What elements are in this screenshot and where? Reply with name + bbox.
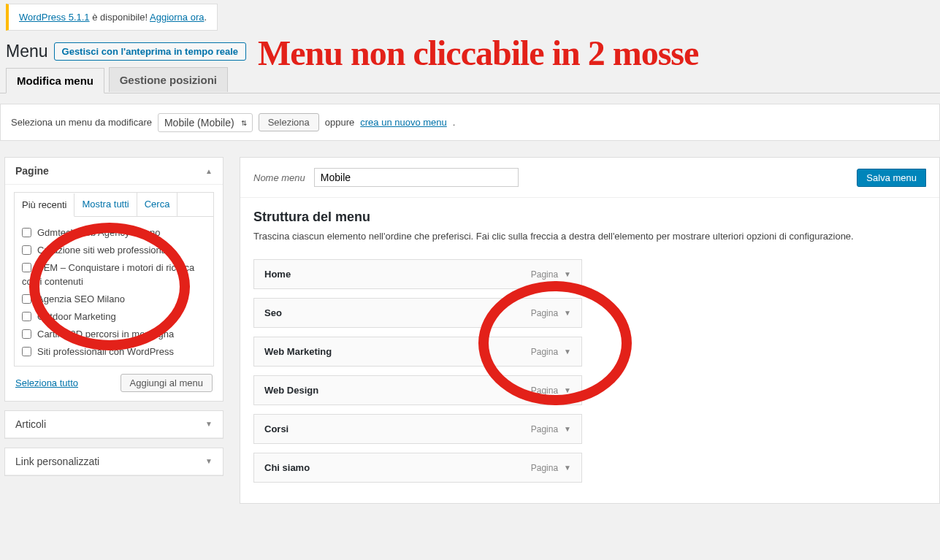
annotation-overlay-title: Menu non cliccabile in 2 mosse <box>258 33 698 73</box>
live-preview-button[interactable]: Gestisci con l'anteprima in tempo reale <box>54 42 247 61</box>
menu-item-label: Web Design <box>264 385 318 396</box>
chevron-down-icon[interactable]: ▼ <box>564 348 571 356</box>
menu-item-type: Pagina <box>531 269 558 280</box>
menu-item-label: Chi siamo <box>264 462 310 473</box>
update-version-link[interactable]: WordPress 5.1.1 <box>19 12 90 23</box>
pages-subtabs: Più recenti Mostra tutti Cerca <box>14 192 214 217</box>
menu-item-label: Seo <box>264 307 282 318</box>
menu-name-input[interactable] <box>314 168 519 187</box>
menu-item-type: Pagina <box>531 424 558 434</box>
menu-select-label: Seleziona un menu da modificare <box>11 117 152 128</box>
page-item[interactable]: Gdmtech web Agency Milano <box>22 224 206 242</box>
links-box-title: Link personalizzati <box>15 456 99 467</box>
menu-item-type: Pagina <box>531 347 558 357</box>
update-nag: WordPress 5.1.1 è disponibile! Aggiorna … <box>6 4 218 31</box>
page-item[interactable]: Creazione siti web professionali. <box>22 242 206 259</box>
menu-structure-title: Struttura del menu <box>253 210 926 225</box>
pages-checklist: Gdmtech web Agency Milano Creazione siti… <box>14 217 214 367</box>
pages-box-header[interactable]: Pagine ▲ <box>5 158 223 185</box>
page-checkbox[interactable] <box>22 228 31 237</box>
page-item[interactable]: Cartine 3D percorsi in montagna <box>22 326 206 343</box>
links-box-header[interactable]: Link personalizzati ▼ <box>5 448 223 475</box>
menu-item-type: Pagina <box>531 463 558 473</box>
links-box: Link personalizzati ▼ <box>4 448 223 476</box>
page-checkbox[interactable] <box>22 294 31 304</box>
chevron-down-icon: ▼ <box>205 457 213 465</box>
page-checkbox[interactable] <box>22 263 31 272</box>
posts-box: Articoli ▼ <box>4 410 223 439</box>
menu-select-dropdown[interactable]: Mobile (Mobile) <box>158 113 253 132</box>
chevron-down-icon[interactable]: ▼ <box>564 425 571 433</box>
tab-manage-locations[interactable]: Gestione posizioni <box>109 67 228 92</box>
menu-item-label: Home <box>264 269 291 280</box>
select-all-link[interactable]: Seleziona tutto <box>15 377 78 388</box>
page-title: Menu <box>6 42 48 61</box>
update-text: è disponibile! <box>90 12 150 23</box>
or-text: oppure <box>325 117 354 128</box>
page-item[interactable]: Siti professionali con WordPress <box>22 343 206 361</box>
menu-item[interactable]: Chi siamo Pagina▼ <box>253 453 582 483</box>
page-item[interactable]: Agenzia SEO Milano <box>22 291 206 308</box>
menu-item[interactable]: Seo Pagina▼ <box>253 298 582 328</box>
menu-structure-desc: Trascina ciascun elemento nell'ordine ch… <box>253 231 926 242</box>
page-checkbox[interactable] <box>22 245 31 255</box>
page-checkbox[interactable] <box>22 329 31 339</box>
menu-item[interactable]: Web Marketing Pagina▼ <box>253 337 582 367</box>
chevron-up-icon: ▲ <box>205 167 213 175</box>
menu-name-bar: Nome menu Salva menu <box>240 158 939 198</box>
chevron-down-icon[interactable]: ▼ <box>564 386 571 394</box>
page-checkbox[interactable] <box>22 312 31 321</box>
page-checkbox[interactable] <box>22 347 31 356</box>
menu-item[interactable]: Home Pagina▼ <box>253 259 582 289</box>
subtab-search[interactable]: Cerca <box>137 193 178 216</box>
page-item[interactable]: Outdoor Marketing <box>22 308 206 326</box>
select-menu-button[interactable]: Seleziona <box>259 113 319 131</box>
subtab-all[interactable]: Mostra tutti <box>74 193 137 216</box>
save-menu-button[interactable]: Salva menu <box>857 169 926 187</box>
menu-item-type: Pagina <box>531 386 558 396</box>
add-to-menu-button[interactable]: Aggiungi al menu <box>121 374 213 392</box>
menu-item[interactable]: Web Design Pagina▼ <box>253 375 582 405</box>
chevron-down-icon[interactable]: ▼ <box>564 270 571 278</box>
page-item[interactable]: SEM – Conquistare i motori di ricerca co… <box>22 259 206 290</box>
menu-select-bar: Seleziona un menu da modificare Mobile (… <box>0 104 940 141</box>
pages-box: Pagine ▲ Più recenti Mostra tutti Cerca … <box>4 157 223 402</box>
chevron-down-icon[interactable]: ▼ <box>564 464 571 472</box>
update-action-link[interactable]: Aggiorna ora <box>150 12 204 23</box>
menu-item-type: Pagina <box>531 308 558 318</box>
tab-edit-menu[interactable]: Modifica menu <box>6 68 104 93</box>
menu-item[interactable]: Corsi Pagina▼ <box>253 414 582 444</box>
posts-box-header[interactable]: Articoli ▼ <box>5 411 223 438</box>
create-new-menu-link[interactable]: crea un nuovo menu <box>360 117 447 128</box>
posts-box-title: Articoli <box>15 418 46 430</box>
menu-name-label: Nome menu <box>253 172 305 183</box>
menu-item-label: Corsi <box>264 423 289 434</box>
pages-box-title: Pagine <box>15 165 49 177</box>
subtab-recent[interactable]: Più recenti <box>15 193 74 217</box>
chevron-down-icon[interactable]: ▼ <box>564 309 571 317</box>
chevron-down-icon: ▼ <box>205 420 213 428</box>
menu-item-label: Web Marketing <box>264 346 332 357</box>
